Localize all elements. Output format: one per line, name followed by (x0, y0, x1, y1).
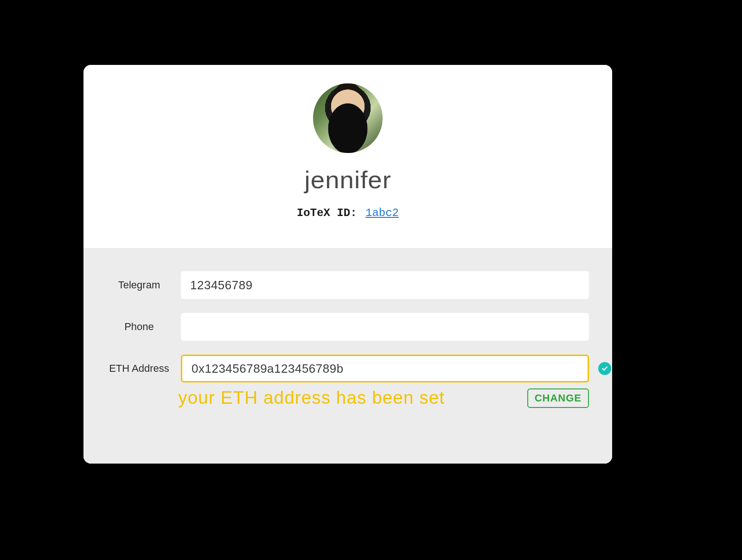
profile-form: Telegram 123456789 Phone ETH Address 0x1… (83, 248, 612, 464)
phone-input[interactable] (181, 313, 589, 341)
checkmark-icon (601, 365, 608, 372)
telegram-row: Telegram 123456789 (97, 271, 598, 299)
profile-card: jennifer IoTeX ID: 1abc2 Telegram 123456… (83, 65, 612, 464)
telegram-input[interactable]: 123456789 (181, 271, 589, 299)
eth-status-message: your ETH address has been set (178, 388, 445, 408)
profile-header: jennifer IoTeX ID: 1abc2 (83, 65, 612, 248)
iotex-id-row: IoTeX ID: 1abc2 (297, 207, 399, 219)
change-button[interactable]: CHANGE (527, 388, 589, 408)
avatar (313, 83, 383, 153)
eth-address-input[interactable]: 0x123456789a123456789b (181, 355, 589, 382)
verified-icon (598, 362, 611, 375)
eth-status-row: your ETH address has been set CHANGE (181, 388, 589, 408)
eth-row: ETH Address 0x123456789a123456789b (97, 355, 598, 382)
username: jennifer (304, 166, 391, 194)
avatar-image (313, 83, 383, 153)
eth-label: ETH Address (97, 363, 181, 375)
iotex-id-label: IoTeX ID: (297, 207, 357, 219)
phone-row: Phone (97, 313, 598, 341)
phone-label: Phone (97, 321, 181, 333)
iotex-id-link[interactable]: 1abc2 (365, 207, 399, 219)
telegram-label: Telegram (97, 279, 181, 291)
